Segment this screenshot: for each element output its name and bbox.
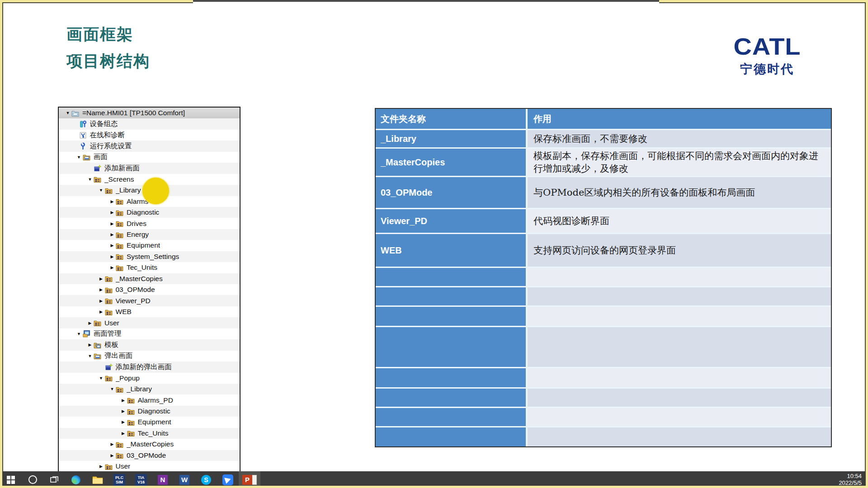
expander-closed-icon[interactable]: ▶ [86, 321, 94, 325]
tree-item-[interactable]: ▼画面 [59, 152, 240, 163]
project-tree-panel[interactable]: ▼=Name.HMI01 [TP1500 Comfort]设备组态在线和诊断运行… [58, 107, 241, 471]
expander-closed-icon[interactable]: ▶ [98, 277, 105, 281]
expander-closed-icon[interactable]: ▶ [86, 343, 94, 347]
taskbar-clock[interactable]: 10:54 2022/5/5 [839, 471, 868, 488]
expander-closed-icon[interactable]: ▶ [120, 420, 127, 424]
tree-item-[interactable]: 添加新的弹出画面 [59, 361, 240, 372]
expander-closed-icon[interactable]: ▶ [98, 464, 105, 469]
tree-item-label: =Name.HMI01 [TP1500 Comfort] [82, 109, 185, 117]
file-explorer-icon [92, 475, 103, 484]
expander-closed-icon[interactable]: ▶ [120, 409, 127, 413]
skype-taskbar-button[interactable]: S [195, 471, 217, 488]
tree-item-viewer_pd[interactable]: ▶Viewer_PD [59, 295, 240, 306]
windows-taskbar[interactable]: PLCSIMTIAV16NWSP 10:54 2022/5/5 [0, 471, 868, 488]
task-view-taskbar-button[interactable] [43, 471, 65, 488]
tree-item-equipment[interactable]: ▶Equipment [59, 240, 240, 251]
expander-open-icon[interactable]: ▼ [86, 354, 94, 358]
expander-closed-icon[interactable]: ▶ [98, 287, 105, 292]
start-taskbar-button[interactable] [0, 471, 22, 488]
tree-item-_mastercopies[interactable]: ▶_MasterCopies [59, 273, 240, 284]
tia-portal-taskbar-button[interactable]: TIAV16 [130, 471, 152, 488]
folder-purpose-cell: 支持网页访问设备的网页登录界面 [528, 234, 831, 267]
tree-item-[interactable]: ▶模板 [59, 339, 240, 350]
slide-title-block: 画面框架 项目树结构 [66, 26, 150, 80]
tree-item-equipment[interactable]: ▶Equipment [59, 417, 240, 427]
tree-item-label: User [116, 462, 131, 470]
top-window-strip [193, 0, 659, 7]
tree-item-_popup[interactable]: ▼_Popup [59, 373, 240, 384]
tree-item-[interactable]: ▼画面管理 [59, 328, 240, 339]
tree-item-[interactable]: 运行系统设置 [59, 141, 240, 151]
expander-open-icon[interactable]: ▼ [64, 111, 71, 115]
tree-item-_library[interactable]: ▼_Library [59, 384, 240, 394]
expander-closed-icon[interactable]: ▶ [120, 398, 127, 403]
tree-item-03_opmode[interactable]: ▶03_OPMode [59, 450, 240, 461]
task-view-icon [50, 476, 58, 484]
tree-item-[interactable]: 添加新画面 [59, 163, 240, 174]
folder-description-table: 文件夹名称 作用 _Library保存标准画面，不需要修改_MasterCopi… [375, 108, 832, 447]
expander-closed-icon[interactable]: ▶ [108, 265, 116, 270]
diag-icon [79, 131, 88, 139]
tree-item-alarms_pd[interactable]: ▶Alarms_PD [59, 394, 240, 405]
expander-open-icon[interactable]: ▼ [86, 177, 94, 182]
tree-item-label: Equipment [127, 241, 160, 249]
tree-item-[interactable]: ▼弹出画面 [59, 351, 240, 361]
tree-item-energy[interactable]: ▶Energy [59, 229, 240, 240]
expander-closed-icon[interactable]: ▶ [98, 299, 105, 303]
expander-closed-icon[interactable]: ▶ [108, 442, 116, 446]
edge-taskbar-button[interactable] [65, 471, 87, 488]
tree-item-namehmi01tp1500comfort[interactable]: ▼=Name.HMI01 [TP1500 Comfort] [59, 108, 240, 118]
tree-item-user[interactable]: ▶User [59, 461, 240, 471]
powerpoint-taskbar-button[interactable]: P [239, 471, 260, 488]
tree-item-user[interactable]: ▶User [59, 317, 240, 328]
plcsim-taskbar-button[interactable]: PLCSIM [108, 471, 130, 488]
page-title-line2: 项目树结构 [66, 53, 150, 69]
tree-item-web[interactable]: ▶WEB [59, 306, 240, 317]
tree-item-_mastercopies[interactable]: ▶_MasterCopies [59, 439, 240, 450]
expander-closed-icon[interactable]: ▶ [108, 232, 116, 237]
expander-closed-icon[interactable]: ▶ [98, 310, 105, 314]
file-explorer-taskbar-button[interactable] [87, 471, 108, 488]
tree-item-[interactable]: 设备组态 [59, 118, 240, 129]
folder-purpose-cell: 与OPMode区域内相关的所有设备的面板和布局画面 [528, 177, 831, 208]
expander-open-icon[interactable]: ▼ [75, 155, 83, 160]
tree-item-tec_units[interactable]: ▶Tec_Units [59, 428, 240, 439]
table-row-empty [376, 307, 831, 326]
onenote-taskbar-button[interactable]: N [152, 471, 174, 488]
sgroup-icon [105, 463, 113, 470]
tia-portal-icon: TIAV16 [135, 474, 147, 486]
expander-closed-icon[interactable]: ▶ [120, 431, 127, 436]
folder-name-cell [376, 287, 526, 305]
expander-closed-icon[interactable]: ▶ [108, 221, 116, 226]
expander-open-icon[interactable]: ▼ [75, 332, 83, 336]
windows-logo-icon [7, 476, 15, 484]
tree-item-drives[interactable]: ▶Drives [59, 218, 240, 229]
expander-closed-icon[interactable]: ▶ [108, 243, 116, 248]
search-taskbar-button[interactable] [22, 471, 43, 488]
table-row-03_opmode: 03_OPMode与OPMode区域内相关的所有设备的面板和布局画面 [376, 177, 831, 208]
tree-item-label: Diagnostic [127, 208, 159, 216]
expander-closed-icon[interactable]: ▶ [108, 199, 116, 204]
expander-open-icon[interactable]: ▼ [98, 188, 105, 192]
tree-item-diagnostic[interactable]: ▶Diagnostic [59, 406, 240, 417]
tree-item-label: Equipment [138, 418, 171, 426]
expander-closed-icon[interactable]: ▶ [108, 210, 116, 215]
word-taskbar-button[interactable]: W [174, 471, 195, 488]
catl-logo-text: CATL [720, 35, 815, 59]
tree-item-03_opmode[interactable]: ▶03_OPMode [59, 284, 240, 295]
expander-open-icon[interactable]: ▼ [98, 376, 105, 380]
expander-closed-icon[interactable]: ▶ [108, 254, 116, 259]
tree-item-system_settings[interactable]: ▶System_Settings [59, 251, 240, 262]
folder-purpose-cell [528, 389, 831, 407]
send-app-taskbar-button[interactable] [217, 471, 239, 488]
tree-item-tec_units[interactable]: ▶Tec_Units [59, 262, 240, 273]
expander-open-icon[interactable]: ▼ [108, 387, 116, 391]
tree-item-[interactable]: 在线和诊断 [59, 130, 240, 141]
expander-closed-icon[interactable]: ▶ [108, 453, 116, 458]
edge-browser-icon [71, 475, 80, 484]
sgroup-icon [127, 418, 136, 426]
tree-item-diagnostic[interactable]: ▶Diagnostic [59, 207, 240, 218]
sgroup-icon [105, 187, 113, 194]
tree-item-label: 模板 [104, 340, 118, 350]
addscreen-icon [105, 363, 113, 371]
